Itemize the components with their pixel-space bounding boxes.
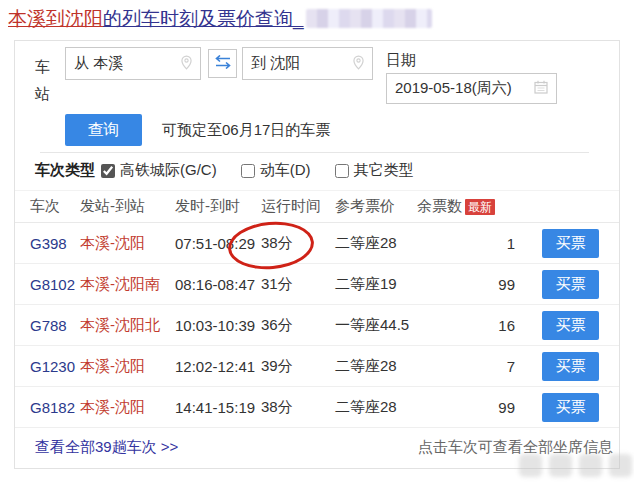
route-cell: 本溪-沈阳 [80, 234, 175, 253]
price-cell: 二等座28 [335, 398, 417, 417]
train-number-link[interactable]: G398 [30, 235, 80, 252]
query-button[interactable]: 查询 [65, 114, 142, 146]
checkbox-d[interactable] [241, 164, 255, 178]
from-station-value: 从 本溪 [74, 54, 181, 73]
header-route: 发站-到站 [80, 197, 175, 216]
duration-cell: 39分 [261, 357, 335, 376]
tickets-cell: 7 [417, 358, 517, 375]
calendar-icon [534, 80, 548, 97]
filter-option-other-label: 其它类型 [354, 161, 414, 180]
header-price: 参考票价 [335, 197, 417, 216]
page-title: 本溪到沈阳的列车时刻及票价查询_ [8, 6, 432, 32]
time-cell: 08:16-08:47 [175, 276, 261, 293]
date-input[interactable]: 2019-05-18(周六) [386, 73, 557, 104]
table-row: G8182 本溪-沈阳 14:41-15:19 38分 二等座28 99 买票 [15, 387, 619, 428]
train-number-link[interactable]: G8102 [30, 276, 80, 293]
train-type-filter-row: 车次类型 高铁城际(G/C) 动车(D) 其它类型 [35, 161, 438, 180]
tickets-cell: 1 [417, 235, 517, 252]
to-station-input[interactable]: 到 沈阳 [242, 47, 373, 80]
buy-ticket-button[interactable]: 买票 [542, 229, 599, 258]
train-number-link[interactable]: G1230 [30, 358, 80, 375]
filter-option-d[interactable]: 动车(D) [241, 161, 311, 180]
price-cell: 一等座44.5 [335, 316, 417, 335]
time-cell: 12:02-12:41 [175, 358, 261, 375]
location-pin-icon [353, 55, 364, 73]
header-train: 车次 [30, 197, 80, 216]
swap-stations-button[interactable] [208, 49, 237, 78]
route-cell: 本溪-沈阳北 [80, 316, 175, 335]
title-rest-part: 的列车时刻及票价查询_ [103, 8, 304, 29]
time-cell: 10:03-10:39 [175, 317, 261, 334]
route-cell: 本溪-沈阳 [80, 398, 175, 417]
duration-cell: 36分 [261, 316, 335, 335]
table-row: G398 本溪-沈阳 07:51-08:29 38分 二等座28 1 买票 [15, 223, 619, 264]
tickets-cell: 99 [417, 276, 517, 293]
title-route-part: 本溪到沈阳 [8, 8, 103, 29]
time-cell: 14:41-15:19 [175, 399, 261, 416]
table-row: G788 本溪-沈阳北 10:03-10:39 36分 一等座44.5 16 买… [15, 305, 619, 346]
header-time: 发时-到时 [175, 197, 261, 216]
date-value: 2019-05-18(周六) [395, 79, 534, 98]
location-pin-icon [181, 55, 192, 73]
duration-cell: 31分 [261, 275, 335, 294]
swap-arrows-icon [215, 55, 231, 73]
latest-badge: 最新 [465, 199, 495, 215]
station-label: 车站 [35, 53, 52, 107]
filter-option-gc[interactable]: 高铁城际(G/C) [101, 161, 217, 180]
table-row: G8102 本溪-沈阳南 08:16-08:47 31分 二等座19 99 买票 [15, 264, 619, 305]
train-number-link[interactable]: G788 [30, 317, 80, 334]
duration-cell: 38分 [261, 234, 335, 253]
filter-option-gc-label: 高铁城际(G/C) [120, 161, 217, 180]
filter-option-other[interactable]: 其它类型 [335, 161, 414, 180]
view-all-trains-link[interactable]: 查看全部39趟车次 >> [35, 438, 178, 457]
header-tickets: 余票数最新 [417, 197, 517, 216]
route-cell: 本溪-沈阳南 [80, 275, 175, 294]
header-duration: 运行时间 [261, 197, 335, 216]
tickets-cell: 99 [417, 399, 517, 416]
route-cell: 本溪-沈阳 [80, 357, 175, 376]
query-panel: 车站 从 本溪 到 沈阳 日期 2019-05-18(周六) 查询 可预定至06… [14, 40, 620, 469]
booking-note: 可预定至06月17日的车票 [162, 121, 330, 140]
checkbox-gc[interactable] [101, 164, 115, 178]
buy-ticket-button[interactable]: 买票 [542, 270, 599, 299]
date-label: 日期 [386, 51, 416, 70]
duration-cell: 38分 [261, 398, 335, 417]
divider [40, 152, 589, 153]
censored-mosaic [306, 9, 432, 28]
train-type-label: 车次类型 [35, 161, 95, 180]
buy-ticket-button[interactable]: 买票 [542, 393, 599, 422]
table-row: G1230 本溪-沈阳 12:02-12:41 39分 二等座28 7 买票 [15, 346, 619, 387]
filter-option-d-label: 动车(D) [260, 161, 311, 180]
train-number-link[interactable]: G8182 [30, 399, 80, 416]
table-header: 车次 发站-到站 发时-到时 运行时间 参考票价 余票数最新 [15, 190, 619, 223]
table-footer: 查看全部39趟车次 >> 点击车次可查看全部坐席信息 [15, 427, 619, 468]
checkbox-other[interactable] [335, 164, 349, 178]
footer-hint: 点击车次可查看全部坐席信息 [418, 438, 613, 457]
title-link[interactable]: 本溪到沈阳的列车时刻及票价查询_ [8, 8, 304, 29]
tickets-cell: 16 [417, 317, 517, 334]
time-cell: 07:51-08:29 [175, 235, 261, 252]
buy-ticket-button[interactable]: 买票 [542, 311, 599, 340]
from-station-input[interactable]: 从 本溪 [65, 47, 201, 80]
results-table: 车次 发站-到站 发时-到时 运行时间 参考票价 余票数最新 G398 本溪-沈… [15, 190, 619, 428]
to-station-value: 到 沈阳 [251, 54, 353, 73]
buy-ticket-button[interactable]: 买票 [542, 352, 599, 381]
price-cell: 二等座19 [335, 275, 417, 294]
price-cell: 二等座28 [335, 357, 417, 376]
price-cell: 二等座28 [335, 234, 417, 253]
